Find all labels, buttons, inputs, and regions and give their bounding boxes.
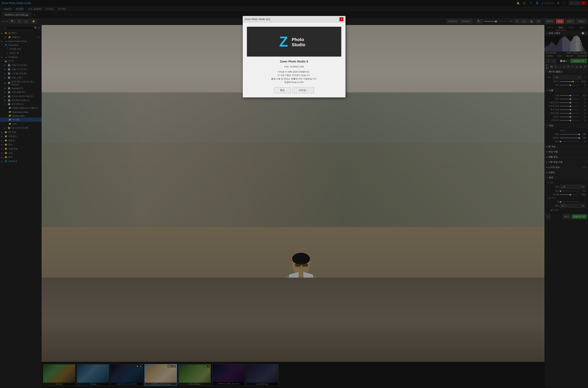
svg-text:Studio: Studio [292, 42, 305, 47]
svg-text:Photo: Photo [292, 37, 304, 42]
dialog-titlebar: Zoner Photo Studio 정보 ✕ [243, 16, 345, 23]
about-dialog: Zoner Photo Studio 정보 ✕ Z Photo Studio Z… [243, 16, 346, 97]
dialog-close-button[interactable]: ✕ [339, 17, 343, 21]
dialog-warning: 불법 사용 및 배포는 법률에 따라 처벌받습니다. [247, 77, 341, 81]
dialog-product-name: Zoner Photo Studio X [247, 60, 341, 63]
dialog-title: Zoner Photo Studio 정보 [245, 18, 271, 21]
dialog-info: 버전: 19.2004.2.246 지작권 © 1995-2020 ZONER … [247, 65, 341, 84]
dialog-version: 버전: 19.2004.2.246 [247, 65, 341, 69]
zps-logo-svg: Z Photo Studio [278, 33, 310, 50]
dialog-copyright: 지작권 © 1995-2020 ZONER Inc. [247, 70, 341, 74]
dialog-logo-area: Z Photo Studio [247, 26, 341, 57]
dialog-ok-button[interactable]: 확인 [274, 87, 291, 93]
dialog-rights: 이 프로그램은 저작권이 있습니다. [247, 73, 341, 77]
dialog-buttons: 확인 저작권... [247, 87, 341, 93]
svg-text:Z: Z [279, 34, 288, 49]
dialog-body: Z Photo Studio Zoner Photo Studio X 버전: … [243, 23, 345, 97]
dialog-license-button[interactable]: 저작권... [292, 87, 314, 93]
dialog-author: 한글화:Sung un Kim [247, 80, 341, 84]
dialog-overlay: Zoner Photo Studio 정보 ✕ Z Photo Studio Z… [0, 0, 588, 388]
